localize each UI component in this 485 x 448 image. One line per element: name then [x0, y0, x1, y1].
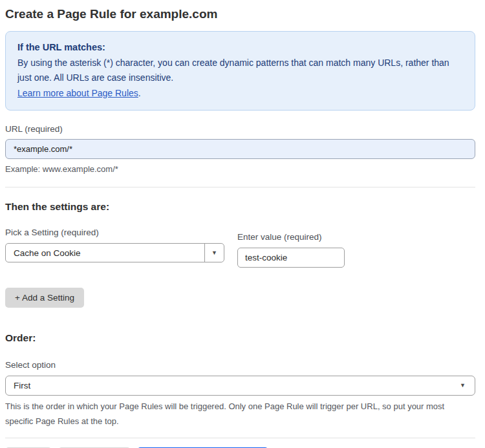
url-match-info-box: If the URL matches: By using the asteris…: [5, 31, 475, 111]
setting-picker-label: Pick a Setting (required): [5, 228, 224, 238]
learn-more-link[interactable]: Learn more about Page Rules: [17, 88, 138, 98]
order-select[interactable]: First ▼: [5, 376, 475, 396]
setting-dropdown-value: Cache on Cookie: [6, 248, 204, 258]
create-page-rule-form: Create a Page Rule for example.com If th…: [0, 0, 485, 448]
url-field-label: URL (required): [5, 124, 475, 134]
chevron-down-icon: ▼: [211, 250, 217, 256]
setting-value-label: Enter value (required): [237, 232, 345, 242]
add-setting-button[interactable]: + Add a Setting: [5, 288, 84, 308]
order-helper-text: This is the order in which your Page Rul…: [5, 399, 458, 429]
page-title: Create a Page Rule for example.com: [5, 6, 475, 22]
link-period: .: [138, 88, 141, 98]
setting-dropdown-button[interactable]: ▼: [204, 244, 224, 262]
url-input[interactable]: [5, 139, 475, 159]
url-helper-text: Example: www.example.com/*: [5, 162, 475, 176]
settings-section-heading: Then the settings are:: [5, 201, 475, 213]
section-divider: [5, 187, 475, 187]
chevron-down-icon: ▼: [460, 383, 466, 389]
order-select-label: Select option: [5, 360, 475, 370]
info-box-body: By using the asterisk (*) character, you…: [17, 56, 463, 101]
info-box-heading: If the URL matches:: [17, 40, 463, 56]
setting-dropdown[interactable]: Cache on Cookie ▼: [5, 243, 224, 262]
order-select-value: First: [14, 381, 30, 390]
order-section-heading: Order:: [5, 332, 475, 344]
settings-row: Pick a Setting (required) Cache on Cooki…: [5, 228, 475, 268]
setting-picker-column: Pick a Setting (required) Cache on Cooki…: [5, 228, 224, 262]
footer-divider: [5, 438, 475, 438]
setting-value-column: Enter value (required): [237, 232, 345, 268]
setting-value-input[interactable]: [237, 248, 345, 268]
info-box-body-text: By using the asterisk (*) character, you…: [17, 58, 449, 83]
